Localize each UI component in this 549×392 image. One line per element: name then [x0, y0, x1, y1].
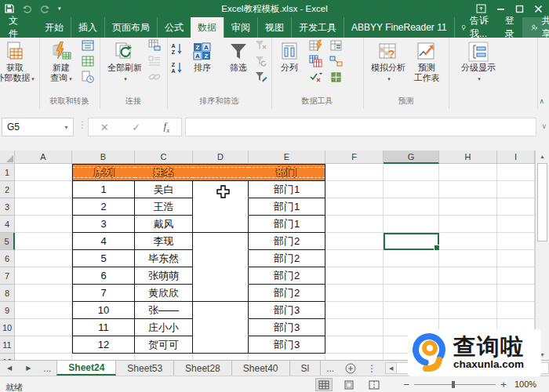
cell-G4[interactable]	[384, 216, 439, 233]
cell-B9[interactable]: 10	[72, 302, 135, 319]
cell-B3[interactable]: 2	[72, 198, 135, 216]
outline-button[interactable]: 分级显示 ▾	[455, 40, 502, 84]
sheet-nav-left-icon[interactable]: ◀	[0, 361, 19, 376]
zoom-slider[interactable]	[414, 384, 496, 385]
cell-G8[interactable]	[384, 285, 439, 302]
recent-sources-icon[interactable]	[82, 71, 94, 83]
cell-H4[interactable]	[439, 216, 497, 233]
cell-B5[interactable]: 4	[72, 233, 135, 250]
cell-F11[interactable]	[325, 336, 384, 354]
cell-E1[interactable]: 部门	[249, 164, 325, 181]
sign-in-button[interactable]: 登录	[497, 17, 522, 38]
cell-F1[interactable]	[325, 164, 384, 181]
row-header-10[interactable]: 10	[0, 319, 15, 336]
column-header-F[interactable]: F	[325, 151, 384, 164]
cell-D8[interactable]	[193, 285, 249, 302]
sort-button[interactable]: ZAAZ 排序	[187, 40, 217, 73]
normal-view-icon[interactable]	[315, 378, 333, 391]
cell-F6[interactable]	[325, 250, 384, 267]
sheet-overflow-right[interactable]: ...	[321, 361, 340, 376]
cell-D7[interactable]	[193, 267, 249, 285]
cell-D1[interactable]	[193, 164, 249, 181]
cell-A10[interactable]	[15, 319, 72, 336]
column-header-E[interactable]: E	[249, 151, 325, 164]
manage-data-model-icon[interactable]	[329, 71, 343, 83]
cell-G9[interactable]	[384, 302, 439, 319]
cell-D11[interactable]	[193, 336, 249, 354]
selected-cell-outline[interactable]	[384, 233, 439, 250]
page-break-view-icon[interactable]	[365, 378, 383, 391]
ribbon-tab-页面布局[interactable]: 页面布局	[104, 17, 157, 38]
cell-F5[interactable]	[325, 233, 384, 250]
row-header-4[interactable]: 4	[0, 216, 15, 233]
cell-C9[interactable]: 张——	[135, 302, 193, 319]
relationships-icon[interactable]	[329, 55, 343, 67]
cell-H3[interactable]	[439, 198, 497, 216]
ribbon-tab-插入[interactable]: 插入	[71, 17, 104, 38]
row-header-2[interactable]: 2	[0, 181, 15, 198]
connections-icon[interactable]	[148, 39, 161, 52]
filter-button[interactable]: 筛选	[224, 40, 253, 73]
cell-I6[interactable]	[497, 250, 535, 267]
vertical-scrollbar-thumb[interactable]	[537, 163, 547, 241]
cell-C4[interactable]: 戴风	[135, 216, 193, 233]
cell-H1[interactable]	[439, 164, 497, 181]
ribbon-tab-公式[interactable]: 公式	[157, 17, 191, 38]
tell-me-box[interactable]: 告诉我...	[454, 17, 497, 38]
cell-A1[interactable]	[15, 164, 72, 181]
minimize-icon[interactable]	[496, 5, 505, 13]
cell-A2[interactable]	[15, 181, 72, 198]
cell-D10[interactable]	[193, 319, 249, 336]
cell-H9[interactable]	[439, 302, 497, 319]
cell-I8[interactable]	[497, 285, 535, 302]
cell-F3[interactable]	[325, 198, 384, 216]
cell-G6[interactable]	[384, 250, 439, 267]
cell-B1[interactable]: 序列	[72, 164, 135, 181]
cell-G3[interactable]	[384, 198, 439, 216]
cell-I2[interactable]	[497, 181, 535, 198]
cell-D3[interactable]	[193, 198, 249, 216]
sheet-tab-Sheet40[interactable]: Sheet40	[232, 361, 290, 376]
cell-C11[interactable]: 贺可可	[135, 336, 193, 354]
row-header-3[interactable]: 3	[0, 198, 15, 216]
refresh-all-button[interactable]: 全部刷新 ▾	[104, 40, 145, 84]
cell-F12[interactable]	[325, 354, 384, 360]
cell-I1[interactable]	[497, 164, 535, 181]
cell-B6[interactable]: 5	[72, 250, 135, 267]
cell-H5[interactable]	[439, 233, 497, 250]
cell-A4[interactable]	[15, 216, 72, 233]
cell-A8[interactable]	[15, 285, 72, 302]
cell-B8[interactable]: 7	[72, 285, 135, 302]
cell-B4[interactable]: 3	[72, 216, 135, 233]
cell-F7[interactable]	[325, 267, 384, 285]
column-header-B[interactable]: B	[72, 151, 135, 164]
cell-I3[interactable]	[497, 198, 535, 216]
text-to-columns-button[interactable]: 分列	[274, 40, 304, 73]
fill-handle[interactable]	[434, 245, 440, 251]
row-header-1[interactable]: 1	[0, 164, 15, 181]
column-header-D[interactable]: D	[193, 151, 249, 164]
collapse-ribbon-icon[interactable]: ∧	[539, 97, 544, 105]
cell-C3[interactable]: 王浩	[135, 198, 193, 216]
ribbon-tab-审阅[interactable]: 审阅	[224, 17, 257, 38]
cell-D6[interactable]	[193, 250, 249, 267]
cell-C2[interactable]: 吴白	[135, 181, 193, 198]
cell-E11[interactable]: 部门3	[249, 336, 325, 354]
formula-input[interactable]	[185, 118, 536, 136]
name-box[interactable]: G5 ▼	[2, 118, 74, 136]
cell-A6[interactable]	[15, 250, 72, 267]
cell-G7[interactable]	[384, 267, 439, 285]
sheet-tab-Sl[interactable]: Sl	[290, 361, 322, 376]
zoom-level[interactable]: 100%	[514, 379, 536, 389]
consolidate-icon[interactable]	[329, 39, 343, 52]
sheet-tab-Sheet28[interactable]: Sheet28	[174, 361, 232, 376]
new-sheet-icon[interactable]	[340, 361, 362, 376]
cell-H7[interactable]	[439, 267, 497, 285]
cell-I5[interactable]	[497, 233, 535, 250]
filter-reapply-icon[interactable]	[255, 55, 267, 67]
flash-fill-icon[interactable]	[309, 39, 322, 52]
cell-A11[interactable]	[15, 336, 72, 354]
new-query-button[interactable]: 新建 查询▾	[44, 40, 78, 84]
cell-A7[interactable]	[15, 267, 72, 285]
cell-B7[interactable]: 6	[72, 267, 135, 285]
